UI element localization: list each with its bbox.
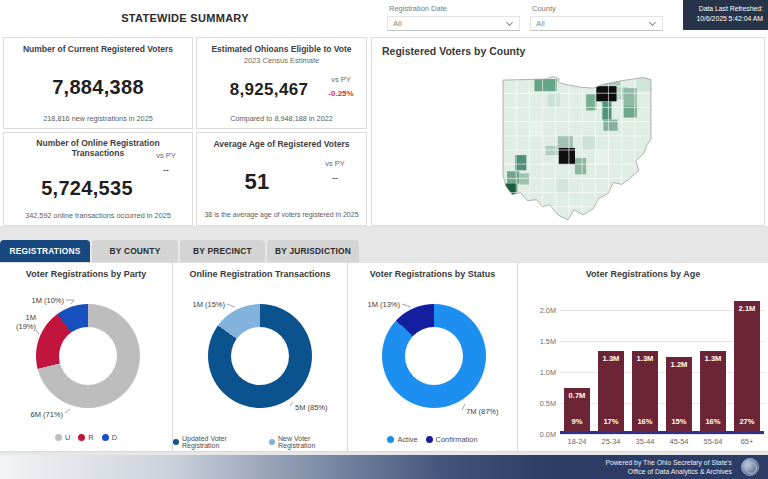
vs-py-value: -- <box>315 173 355 182</box>
bar-value-label: 2.1M <box>734 304 760 313</box>
legend-dot <box>102 434 109 441</box>
bar-18-24[interactable]: 0.7M9% <box>564 388 590 431</box>
dashboard: STATEWIDE SUMMARY Registration Date All … <box>0 0 768 479</box>
kpi-value: 51 <box>217 169 297 195</box>
x-axis-baseline <box>560 431 764 434</box>
tab-by-precinct[interactable]: BY PRECINCT <box>180 240 265 262</box>
party-legend: U R D <box>0 433 172 442</box>
online-donut-chart[interactable] <box>208 304 312 408</box>
party-donut-chart[interactable] <box>36 304 140 408</box>
data-last-refreshed: Data Last Refreshed: 10/6/2025 5:42:04 A… <box>683 0 768 30</box>
tab-by-county[interactable]: BY COUNTY <box>92 240 178 262</box>
age-bars: 0.7M9%1.3M17%1.3M16%1.2M15%1.3M16%2.1M27… <box>560 295 764 431</box>
bar-65+[interactable]: 2.1M27% <box>734 301 760 431</box>
status-legend: Active Confirmation <box>348 435 517 444</box>
bar-55-64[interactable]: 1.3M16% <box>700 351 726 431</box>
ohio-choropleth-map[interactable] <box>498 76 652 224</box>
y-tick-label: 0.0M <box>524 430 556 439</box>
legend-item-u[interactable]: U <box>55 433 70 442</box>
legend-dot <box>426 436 433 443</box>
bar-pct-label: 27% <box>734 417 760 426</box>
bar-pct-label: 15% <box>666 417 692 426</box>
status-donut-chart[interactable] <box>382 304 486 408</box>
refresh-label: Data Last Refreshed: <box>685 4 763 14</box>
bar-value-label: 1.2M <box>666 360 692 369</box>
kpi-value: 8,925,467 <box>211 80 327 100</box>
y-tick-label: 1.0M <box>524 368 556 377</box>
page-title: STATEWIDE SUMMARY <box>100 12 270 24</box>
legend-dot <box>387 436 394 443</box>
x-tick-label: 65+ <box>730 437 764 446</box>
chart-panel-status: Voter Registrations by Status 1M (13%) 7… <box>348 262 518 452</box>
registration-date-value: All <box>393 19 402 28</box>
chart-title: Voter Registrations by Age <box>518 269 768 279</box>
legend-item-active[interactable]: Active <box>387 435 417 444</box>
map-card: Registered Voters by County <box>371 37 765 226</box>
y-tick-label: 2.0M <box>524 306 556 315</box>
ohio-seal-logo <box>741 458 759 476</box>
chart-title: Voter Registrations by Party <box>0 269 172 279</box>
kpi-footnote: Compared to 8,948,188 in 2022 <box>197 114 366 123</box>
tab-registrations[interactable]: REGISTRATIONS <box>0 240 90 262</box>
y-tick-label: 1.5M <box>524 337 556 346</box>
kpi-footnote: 342,592 online transactions occurred in … <box>4 211 192 220</box>
legend-item-r[interactable]: R <box>78 433 93 442</box>
chevron-down-icon <box>506 19 513 26</box>
bar-45-54[interactable]: 1.2M15% <box>666 357 692 431</box>
county-cells <box>499 76 651 224</box>
tab-by-jurisdiction[interactable]: BY JURISDICTION <box>267 240 359 262</box>
refresh-value: 10/6/2025 5:42:04 AM <box>685 14 763 24</box>
callout-unaffiliated: 6M (71%) <box>19 410 63 419</box>
kpi-footnote: 218,816 new registrations in 2025 <box>4 114 192 123</box>
chart-title: Voter Registrations by Status <box>348 269 517 279</box>
callout-new: 1M (15%) <box>175 300 225 309</box>
bar-value-label: 1.3M <box>598 354 624 363</box>
bar-value-label: 1.3M <box>700 354 726 363</box>
legend-item-d[interactable]: D <box>102 433 117 442</box>
callout-republican: 1M (19%) <box>2 313 36 331</box>
callout-active: 7M (87%) <box>466 407 516 416</box>
kpi-subtitle: 2023 Census Estimate <box>197 56 366 65</box>
gridline <box>560 434 764 435</box>
footer-bar: Powered by The Ohio Secretary of State's… <box>0 455 768 479</box>
x-tick-label: 55-64 <box>696 437 730 446</box>
footer-text: Powered by The Ohio Secretary of State's… <box>605 458 732 476</box>
map-title: Registered Voters by County <box>382 45 525 57</box>
kpi-card-online-transactions: Number of Online Registration Transactio… <box>3 132 193 226</box>
kpi-footnote: 38 is the average age of voters register… <box>201 211 362 218</box>
x-tick-label: 25-34 <box>594 437 628 446</box>
bar-25-34[interactable]: 1.3M17% <box>598 351 624 431</box>
x-tick-label: 35-44 <box>628 437 662 446</box>
callout-democrat: 1M (10%) <box>14 296 64 305</box>
bar-pct-label: 9% <box>564 417 590 426</box>
online-legend: Updated Voter Registration New Voter Reg… <box>173 435 347 449</box>
kpi-card-registered-voters: Number of Current Registered Voters 7,88… <box>3 37 193 129</box>
bar-value-label: 1.3M <box>632 354 658 363</box>
bar-pct-label: 17% <box>598 417 624 426</box>
legend-dot <box>78 434 85 441</box>
registration-date-dropdown[interactable]: All <box>387 16 520 31</box>
chart-panel-online: Online Registration Transactions 1M (15%… <box>173 262 348 452</box>
vs-py-label: vs PY <box>321 75 361 84</box>
chart-title: Online Registration Transactions <box>173 269 347 279</box>
legend-item-updated[interactable]: Updated Voter Registration <box>173 435 263 449</box>
x-tick-label: 18-24 <box>560 437 594 446</box>
age-x-axis-labels: 18-2425-3435-4445-5455-6465+ <box>560 437 764 446</box>
vs-py-value: -0.25% <box>321 89 361 98</box>
bar-pct-label: 16% <box>700 417 726 426</box>
county-value: All <box>536 19 545 28</box>
callout-confirmation: 1M (13%) <box>352 300 400 309</box>
legend-item-new[interactable]: New Voter Registration <box>269 435 347 449</box>
kpi-value: 5,724,535 <box>22 177 152 200</box>
kpi-card-average-age: Average Age of Registered Voters 51 vs P… <box>196 132 367 226</box>
legend-dot <box>55 434 62 441</box>
kpi-title: Average Age of Registered Voters <box>197 139 366 149</box>
x-tick-label: 45-54 <box>662 437 696 446</box>
kpi-title: Estimated Ohioans Eligible to Vote <box>197 44 366 54</box>
bar-35-44[interactable]: 1.3M16% <box>632 351 658 431</box>
bar-value-label: 0.7M <box>564 391 590 400</box>
chart-panel-party: Voter Registrations by Party 1M (10%) 1M… <box>0 262 173 452</box>
legend-item-confirmation[interactable]: Confirmation <box>426 435 478 444</box>
filter-label-registration-date: Registration Date <box>389 4 447 13</box>
county-dropdown[interactable]: All <box>530 16 663 31</box>
